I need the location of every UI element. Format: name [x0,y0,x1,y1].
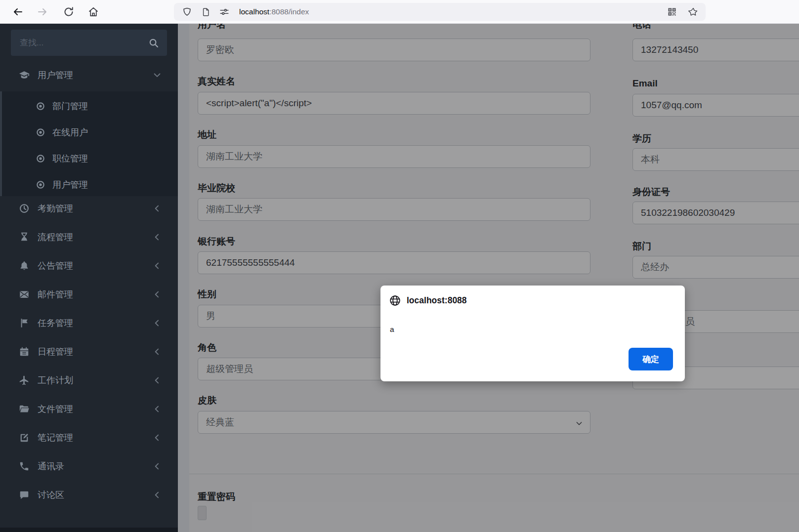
sidebar-item-attendance[interactable]: 考勤管理 [0,195,178,222]
sidebar-item-tasks[interactable]: 任务管理 [0,309,178,337]
reload-icon [63,6,75,18]
back-button[interactable] [10,4,26,20]
folder-icon [19,404,30,414]
chevron-left-icon [152,404,162,414]
hourglass-icon [19,232,30,243]
chevron-left-icon [152,375,162,385]
sidebar-item-contacts[interactable]: 通讯录 [0,452,178,480]
sidebar-item-label: 工作计划 [38,374,73,386]
alert-ok-button[interactable]: 确定 [629,348,673,370]
sidebar-item-work-plan[interactable]: 工作计划 [0,367,178,394]
note-edit-icon [19,432,30,443]
dot-circle-icon [36,180,45,190]
clock-icon [19,203,30,214]
bookmark-star-icon[interactable] [686,5,700,19]
sidebar-item-label: 邮件管理 [38,288,73,300]
url-path: :8088/index [269,7,309,16]
sidebar-item-label: 流程管理 [38,231,73,243]
globe-icon [389,294,401,307]
sidebar-submenu-user-management: 部门管理 在线用户 职位管理 用户管理 [0,91,178,196]
sidebar-item-mail[interactable]: 邮件管理 [0,281,178,308]
chevron-left-icon [152,261,162,271]
sidebar-item-notes[interactable]: 笔记管理 [0,424,178,451]
permissions-icon[interactable] [217,5,231,19]
sidebar-item-user-management[interactable]: 用户管理 [0,61,178,89]
chevron-left-icon [152,347,162,357]
sidebar-item-online-users[interactable]: 在线用户 [2,119,178,145]
sidebar-search-input[interactable] [19,38,148,48]
submenu-item-label: 职位管理 [52,153,88,164]
dot-circle-icon [36,101,45,111]
chevron-left-icon [152,461,162,471]
sidebar-item-workflow[interactable]: 流程管理 [0,223,178,251]
calendar-icon [19,346,30,357]
sidebar-item-announcements[interactable]: 公告管理 [0,252,178,280]
sidebar-item-label: 任务管理 [38,317,73,329]
comment-icon [19,490,30,500]
alert-header: localhost:8088 [389,294,467,307]
dot-circle-icon [36,154,45,164]
home-icon [87,6,99,18]
page-info-icon[interactable] [199,5,212,19]
chevron-left-icon [152,490,162,500]
sidebar-item-position-management[interactable]: 职位管理 [2,145,178,171]
chevron-left-icon [152,289,162,299]
graduation-cap-icon [19,70,30,81]
browser-toolbar: localhost:8088/index [0,0,799,24]
sidebar-item-forum[interactable]: 讨论区 [0,481,178,509]
chevron-left-icon [152,318,162,328]
sidebar: 用户管理 部门管理 在线用户 职位管理 用户管理 考勤管理 流程管理 公告 [0,23,178,532]
flag-icon [19,318,30,328]
alert-message: a [390,325,394,334]
home-button[interactable] [85,4,101,20]
forward-icon [37,6,48,18]
submenu-item-label: 在线用户 [52,126,88,138]
sidebar-item-department-management[interactable]: 部门管理 [2,93,178,119]
submenu-item-label: 用户管理 [52,179,88,191]
forward-button[interactable] [35,4,50,20]
sidebar-item-label: 用户管理 [38,69,73,81]
phone-icon [19,461,30,472]
sidebar-item-files[interactable]: 文件管理 [0,395,178,423]
plane-icon [19,375,30,386]
envelope-icon [19,289,30,300]
search-icon[interactable] [148,38,159,48]
chevron-left-icon [152,433,162,443]
bell-icon [19,260,30,271]
sidebar-item-label: 笔记管理 [38,432,73,444]
back-icon [12,6,24,18]
qr-code-icon[interactable] [665,5,679,19]
url-host: localhost [239,7,269,16]
chevron-left-icon [152,204,162,213]
modal-backdrop [178,23,799,532]
sidebar-search[interactable] [11,30,167,56]
sidebar-item-label: 日程管理 [38,346,73,358]
chevron-down-icon [152,70,162,80]
sidebar-item-label: 公告管理 [38,260,73,272]
sidebar-item-label: 讨论区 [38,489,64,501]
submenu-item-label: 部门管理 [52,100,88,112]
sidebar-item-label: 通讯录 [38,460,64,472]
dot-circle-icon [36,127,45,137]
url-bar[interactable]: localhost:8088/index [174,3,706,21]
alert-dialog: localhost:8088 a 确定 [380,286,685,381]
shield-icon[interactable] [180,5,194,19]
chevron-left-icon [152,232,162,242]
sidebar-item-label: 文件管理 [38,403,73,415]
sidebar-item-partial [0,528,178,532]
sidebar-item-user-admin[interactable]: 用户管理 [2,171,178,198]
sidebar-item-label: 考勤管理 [38,203,73,214]
url-text[interactable]: localhost:8088/index [239,7,658,16]
reload-button[interactable] [61,4,77,20]
sidebar-item-schedule[interactable]: 日程管理 [0,338,178,366]
alert-source: localhost:8088 [407,295,467,306]
